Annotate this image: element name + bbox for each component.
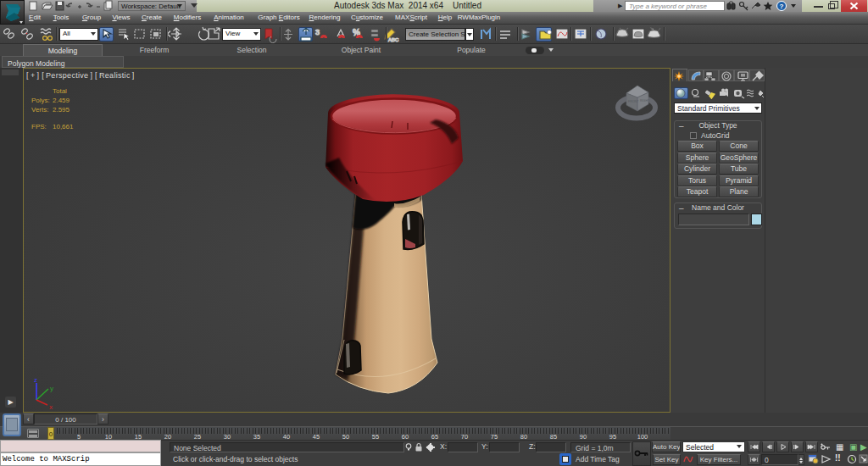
svg-text:FRONT: FRONT [628,100,639,103]
svg-text:ABC: ABC [388,37,399,42]
svg-text:y: y [50,385,53,392]
svg-text:z: z [34,376,37,384]
svg-text:x: x [49,403,53,411]
svg-text:?: ? [780,3,784,10]
svg-text:3: 3 [315,28,320,36]
svg-text:RIGHT: RIGHT [640,99,650,103]
